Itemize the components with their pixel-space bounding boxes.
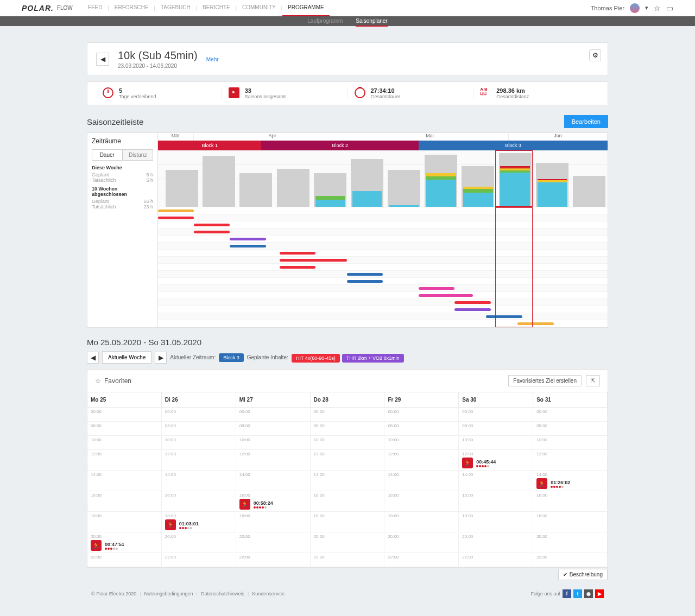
create-favorite-button[interactable]: Favorisiertes Ziel erstellen [508,375,582,386]
youtube-icon[interactable]: ▶ [595,589,604,598]
cal-slot[interactable]: 10:00 [162,436,236,450]
block[interactable]: Block 1 [158,141,261,150]
cal-slot[interactable]: 18:00 [236,512,311,532]
cal-slot[interactable]: 00:00 [162,408,236,422]
cal-slot[interactable]: 14:00 [162,471,236,491]
workout-bar[interactable] [194,224,230,226]
subnav-saisonplaner[interactable]: Saisonplaner [356,16,387,27]
footer-link[interactable]: Nutzungsbedingungen [144,591,193,596]
cal-slot[interactable]: 22:00 [162,553,236,567]
cal-slot[interactable]: 00:00 [533,408,608,422]
cal-slot[interactable]: 12:00 [236,450,311,471]
cal-slot[interactable]: 10:00 [533,436,608,450]
cal-slot[interactable]: 20:00 [236,532,311,553]
current-week-button[interactable]: Aktuelle Woche [102,351,151,364]
facebook-icon[interactable]: f [563,589,571,598]
more-link[interactable]: Mehr [206,56,219,62]
workout-bar[interactable] [280,266,315,269]
training-event[interactable]: 🏃00:58:24 [239,499,307,510]
cal-slot[interactable]: 00:00 [87,408,162,422]
cal-slot[interactable]: 16:00 [459,491,533,512]
gear-icon[interactable]: ⚙ [589,49,601,61]
cal-slot[interactable]: 18:00 [384,512,459,532]
training-event[interactable]: 🏃00:47:51 [91,540,158,551]
training-event[interactable]: 🏃01:03:01 [165,519,232,530]
chat-icon[interactable]: ▭ [666,4,673,12]
cal-slot[interactable]: 22:00 [533,553,608,567]
nav-community[interactable]: COMMUNITY [237,0,281,16]
cal-slot[interactable]: 16:00🏃00:58:24 [236,491,311,512]
cal-slot[interactable]: 12:00 [87,450,162,471]
workout-bar[interactable] [280,259,347,262]
back-button[interactable]: ◀ [96,53,109,66]
cal-slot[interactable]: 14:00 [87,471,162,491]
edit-button[interactable]: Bearbeiten [564,115,608,128]
cal-slot[interactable]: 18:00 [311,512,385,532]
description-toggle[interactable]: ✔ Beschreibung [558,569,608,580]
user-name[interactable]: Thomas Pier [591,5,624,11]
cal-slot[interactable]: 12:00 [533,450,608,471]
cal-slot[interactable]: 16:00 [533,491,608,512]
workout-bar[interactable] [486,315,522,318]
workout-bar[interactable] [419,287,454,290]
footer-link[interactable]: Datenschutzhinweis [201,591,244,596]
cal-slot[interactable]: 12:00 [162,450,236,471]
workout-bar[interactable] [454,301,490,304]
workout-bar[interactable] [230,238,266,240]
cal-slot[interactable]: 12:00 [311,450,385,471]
tab-distance[interactable]: Distanz [123,149,154,161]
cal-slot[interactable]: 22:00 [311,553,385,567]
workout-bar[interactable] [280,252,315,255]
workout-bar[interactable] [347,273,383,276]
cal-slot[interactable]: 10:00 [236,436,311,450]
workout-bar[interactable] [230,245,266,247]
cal-slot[interactable]: 10:00 [311,436,385,450]
nav-tagebuch[interactable]: TAGEBUCH [155,0,196,16]
cal-slot[interactable]: 18:00 [87,512,162,532]
cal-slot[interactable]: 00:00 [459,408,533,422]
workout-bar[interactable] [158,209,194,212]
cal-slot[interactable]: 00:00 [311,408,385,422]
cal-slot[interactable]: 18:00 [459,512,533,532]
twitter-icon[interactable]: t [573,589,582,598]
star-icon[interactable]: ☆ [654,4,661,12]
workout-bar[interactable] [454,308,490,311]
cal-slot[interactable]: 20:00🏃00:47:51 [87,532,162,553]
nav-programme[interactable]: PROGRAMME [282,0,330,16]
nav-feed[interactable]: FEED [83,0,108,16]
cal-slot[interactable]: 12:00🏃00:45:44 [459,450,533,471]
footer-link[interactable]: Kundenservice [252,591,285,596]
cal-slot[interactable]: 16:00 [384,491,459,512]
cal-slot[interactable]: 08:00 [459,422,533,436]
next-week-button[interactable]: ▶ [155,352,167,364]
prev-week-button[interactable]: ◀ [87,352,99,364]
cal-slot[interactable]: 10:00 [87,436,162,450]
subnav-laufprogramm[interactable]: Laufprogramm [307,16,343,27]
block[interactable]: Block 3 [419,141,608,150]
cal-slot[interactable]: 20:00 [533,532,608,553]
cal-slot[interactable]: 14:00 [459,471,533,491]
cal-slot[interactable]: 20:00 [384,532,459,553]
cal-slot[interactable]: 10:00 [384,436,459,450]
cal-slot[interactable]: 14:00 [236,471,311,491]
cal-slot[interactable]: 22:00 [236,553,311,567]
cal-slot[interactable]: 08:00 [87,422,162,436]
tab-duration[interactable]: Dauer [92,149,123,161]
workout-bar[interactable] [419,294,472,297]
cal-slot[interactable]: 12:00 [384,450,459,471]
workout-bar[interactable] [517,322,553,325]
dropdown-icon[interactable]: ▾ [645,4,648,11]
cal-slot[interactable]: 08:00 [311,422,385,436]
cal-slot[interactable]: 22:00 [87,553,162,567]
instagram-icon[interactable]: ◉ [584,589,593,598]
workout-bar[interactable] [194,231,230,233]
nav-erforsche[interactable]: ERFORSCHE [109,0,154,16]
cal-slot[interactable]: 16:00 [162,491,236,512]
cal-slot[interactable]: 20:00 [162,532,236,553]
cal-slot[interactable]: 20:00 [311,532,385,553]
cal-slot[interactable]: 08:00 [384,422,459,436]
cal-slot[interactable]: 22:00 [459,553,533,567]
workout-bar[interactable] [347,280,383,283]
export-icon[interactable]: ⇱ [586,375,600,386]
cal-slot[interactable]: 08:00 [236,422,311,436]
